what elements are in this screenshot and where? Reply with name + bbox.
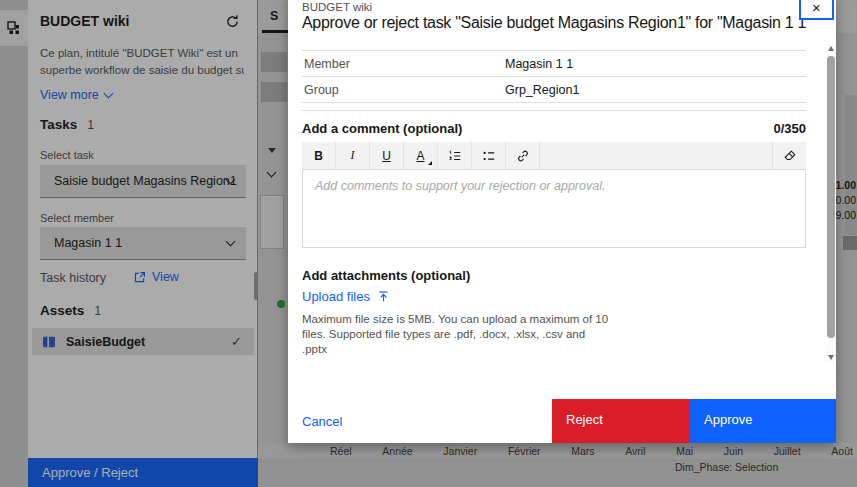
bold-button[interactable]: B xyxy=(302,142,336,169)
task-detail-list: Member Magasin 1 1 Group Grp_Region1 xyxy=(302,50,806,111)
approve-reject-modal: BUDGET wiki Approve or reject task "Sais… xyxy=(288,0,836,443)
group-row: Group Grp_Region1 xyxy=(302,77,806,103)
attachments-heading: Add attachments (optional) xyxy=(302,268,470,283)
ordered-list-icon xyxy=(448,149,462,163)
char-counter: 0/350 xyxy=(773,121,806,136)
link-icon xyxy=(516,149,530,163)
scroll-down-arrow-icon[interactable] xyxy=(828,355,834,360)
text-color-button[interactable]: A xyxy=(404,142,438,169)
close-button[interactable]: × xyxy=(799,0,834,20)
upload-files-link[interactable]: Upload files xyxy=(302,289,390,304)
clear-formatting-icon xyxy=(783,149,797,163)
modal-title: Approve or reject task "Saisie budget Ma… xyxy=(302,14,807,32)
richtext-toolbar: B I U A xyxy=(302,142,806,169)
member-value: Magasin 1 1 xyxy=(505,57,573,71)
italic-button[interactable]: I xyxy=(336,142,370,169)
dropdown-corner-icon xyxy=(428,161,432,165)
bullet-list-icon xyxy=(482,149,496,163)
close-icon: × xyxy=(812,0,821,15)
comment-section-header: Add a comment (optional) 0/350 xyxy=(302,121,806,136)
list-divider xyxy=(302,103,806,111)
app-root: BUDGET wiki Ce plan, intitulé "BUDGET Wi… xyxy=(0,0,857,487)
reject-button[interactable]: Reject xyxy=(552,399,690,443)
clear-formatting-button[interactable] xyxy=(772,142,806,169)
modal-footer: Cancel Reject Approve xyxy=(288,399,836,443)
approve-button[interactable]: Approve xyxy=(690,399,836,443)
scroll-up-arrow-icon[interactable] xyxy=(828,46,834,51)
insert-link-button[interactable] xyxy=(506,142,540,169)
comment-input[interactable] xyxy=(302,169,806,248)
ordered-list-button[interactable] xyxy=(438,142,472,169)
upload-icon xyxy=(377,290,390,303)
cancel-link[interactable]: Cancel xyxy=(288,399,342,443)
bullet-list-button[interactable] xyxy=(472,142,506,169)
modal-context-label: BUDGET wiki xyxy=(302,1,372,13)
comment-heading: Add a comment (optional) xyxy=(302,121,462,136)
scrollbar-thumb[interactable] xyxy=(827,56,835,338)
modal-scrollbar[interactable] xyxy=(826,44,836,362)
member-row: Member Magasin 1 1 xyxy=(302,51,806,77)
group-value: Grp_Region1 xyxy=(505,83,579,97)
group-label: Group xyxy=(302,83,505,97)
underline-button[interactable]: U xyxy=(370,142,404,169)
member-label: Member xyxy=(302,57,505,71)
upload-helper-text: Maximum file size is 5MB. You can upload… xyxy=(302,312,642,357)
